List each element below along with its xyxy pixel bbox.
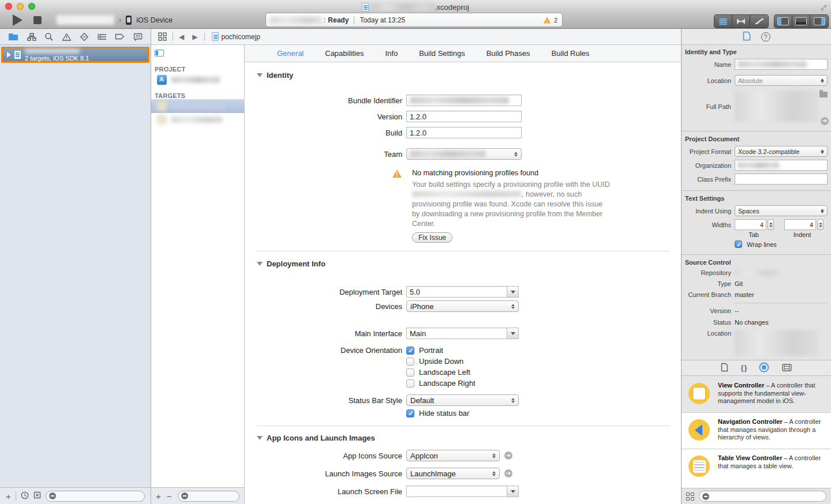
organization-field[interactable] bbox=[735, 160, 828, 171]
project-row-selected[interactable]: 2 targets, iOS SDK 8.1 bbox=[1, 47, 149, 63]
main-interface-combo[interactable]: Main bbox=[406, 328, 519, 339]
combo-arrow-icon-2[interactable] bbox=[507, 328, 518, 338]
symbol-navigator-tab[interactable] bbox=[27, 33, 36, 41]
quick-help-tab[interactable]: ? bbox=[761, 32, 770, 42]
debug-navigator-tab[interactable] bbox=[98, 33, 107, 40]
library-item-view-controller[interactable]: View Controller – A controller that supp… bbox=[682, 377, 831, 413]
target-item-2[interactable] bbox=[151, 113, 245, 127]
object-library-tab[interactable] bbox=[759, 362, 769, 374]
issues-badge[interactable]: 2 bbox=[543, 17, 557, 24]
checkbox-icon-2[interactable] bbox=[406, 368, 414, 377]
tab-info[interactable]: Info bbox=[385, 49, 398, 58]
deployment-target-combo[interactable]: 5.0 bbox=[406, 286, 519, 298]
tab-width-stepper[interactable] bbox=[768, 219, 774, 230]
sc-status-label: Status bbox=[685, 319, 731, 326]
disclosure-triangle-icon[interactable] bbox=[7, 52, 11, 58]
stop-button[interactable] bbox=[33, 16, 42, 24]
jumpbar-document[interactable]: pochicomejp bbox=[221, 33, 260, 41]
toggle-utilities-button[interactable] bbox=[810, 15, 828, 28]
open-app-icons-arrow-button[interactable]: ➔ bbox=[504, 452, 512, 460]
navigator-filter-field[interactable] bbox=[46, 491, 145, 502]
deployment-info-section-header[interactable]: Deployment Info bbox=[245, 259, 681, 268]
target-item-selected[interactable] bbox=[151, 99, 245, 113]
orientation-portrait[interactable]: Portrait bbox=[406, 346, 476, 355]
add-target-button[interactable]: + bbox=[156, 491, 161, 501]
targets-filter-field[interactable] bbox=[178, 491, 239, 502]
find-navigator-tab[interactable] bbox=[44, 32, 53, 41]
status-bar-style-popup[interactable]: Default bbox=[406, 394, 519, 406]
recent-files-filter-icon[interactable] bbox=[21, 491, 29, 501]
indent-using-popup[interactable]: Spaces bbox=[735, 205, 828, 216]
toggle-navigator-button[interactable] bbox=[774, 15, 792, 28]
location-popup[interactable]: Absolute bbox=[735, 75, 828, 86]
version-field[interactable]: 1.2.0 bbox=[406, 111, 522, 122]
toggle-debug-area-button[interactable] bbox=[792, 15, 810, 28]
disclosure-down-icon[interactable] bbox=[257, 73, 263, 77]
orientation-landscape-right[interactable]: Landscape Right bbox=[406, 379, 476, 388]
tab-capabilities[interactable]: Capabilities bbox=[325, 49, 364, 58]
name-field[interactable] bbox=[735, 59, 828, 70]
scm-status-filter-icon[interactable] bbox=[33, 491, 41, 501]
team-popup[interactable] bbox=[406, 148, 522, 160]
open-launch-images-arrow-button[interactable]: ➔ bbox=[504, 469, 512, 477]
fullscreen-icon[interactable]: ⤢ bbox=[821, 3, 826, 12]
tab-build-rules[interactable]: Build Rules bbox=[552, 49, 590, 58]
indent-width-stepper[interactable] bbox=[817, 219, 823, 230]
related-items-button[interactable] bbox=[158, 32, 167, 41]
run-button[interactable] bbox=[13, 14, 23, 26]
library-item-navigation-controller[interactable]: Navigation Controller – A controller tha… bbox=[682, 413, 831, 449]
launch-screen-file-combo[interactable] bbox=[406, 486, 519, 497]
checkbox-icon-3[interactable] bbox=[406, 379, 414, 388]
checkbox-checked-icon-3[interactable] bbox=[735, 240, 742, 248]
checkbox-checked-icon[interactable] bbox=[406, 347, 414, 355]
add-file-button[interactable]: + bbox=[6, 491, 11, 501]
build-field[interactable]: 1.2.0 bbox=[406, 127, 522, 138]
back-button[interactable]: ◀ bbox=[179, 33, 184, 41]
assistant-editor-button[interactable] bbox=[732, 15, 750, 28]
identity-section-header[interactable]: Identity bbox=[245, 70, 681, 80]
fix-issue-button[interactable]: Fix Issue bbox=[412, 232, 452, 243]
forward-button[interactable]: ▶ bbox=[192, 33, 197, 41]
app-icons-source-popup[interactable]: AppIcon bbox=[406, 450, 500, 461]
disclosure-down-icon-2[interactable] bbox=[257, 262, 263, 266]
file-template-library-tab[interactable] bbox=[721, 363, 728, 373]
test-navigator-tab[interactable] bbox=[80, 32, 89, 42]
orientation-upside-down[interactable]: Upside Down bbox=[406, 357, 476, 366]
combo-arrow-icon[interactable] bbox=[507, 287, 518, 297]
remove-target-button[interactable]: − bbox=[167, 491, 172, 501]
file-inspector-tab[interactable] bbox=[743, 31, 751, 43]
tab-build-phases[interactable]: Build Phases bbox=[486, 49, 530, 58]
library-grid-view-button[interactable] bbox=[686, 492, 694, 501]
checkbox-icon[interactable] bbox=[406, 358, 414, 366]
standard-editor-button[interactable] bbox=[714, 15, 732, 28]
project-format-popup[interactable]: Xcode 3.2-compatible bbox=[735, 146, 828, 157]
report-navigator-tab[interactable] bbox=[133, 33, 143, 41]
media-library-tab[interactable] bbox=[782, 364, 792, 373]
indent-width-field[interactable]: 4 bbox=[784, 219, 816, 230]
code-snippet-library-tab[interactable]: { } bbox=[741, 364, 747, 372]
library-item-table-view-controller[interactable]: Table View Controller – A controller tha… bbox=[682, 449, 831, 486]
project-item[interactable] bbox=[157, 75, 220, 85]
devices-popup[interactable]: iPhone bbox=[406, 300, 519, 312]
version-editor-button[interactable] bbox=[750, 15, 768, 28]
tab-width-field[interactable]: 4 bbox=[735, 219, 766, 230]
project-navigator-tab[interactable] bbox=[8, 33, 18, 41]
open-full-path-arrow-button[interactable]: ➔ bbox=[821, 117, 829, 125]
scheme-selector[interactable]: › iOS Device bbox=[57, 15, 173, 25]
disclosure-down-icon-3[interactable] bbox=[257, 436, 263, 440]
tab-general[interactable]: General bbox=[277, 49, 304, 58]
combo-arrow-icon-3[interactable] bbox=[507, 486, 518, 497]
orientation-landscape-left[interactable]: Landscape Left bbox=[406, 368, 476, 377]
launch-images-source-popup[interactable]: LaunchImage bbox=[406, 468, 500, 479]
hide-status-bar-option[interactable]: Hide status bar bbox=[406, 409, 469, 418]
class-prefix-field[interactable] bbox=[735, 174, 828, 185]
checkbox-checked-icon-2[interactable] bbox=[406, 409, 414, 418]
issue-navigator-tab[interactable] bbox=[62, 33, 72, 41]
bundle-identifier-field[interactable] bbox=[406, 95, 522, 106]
app-icons-section-header[interactable]: App Icons and Launch Images bbox=[245, 433, 681, 442]
hide-project-list-button[interactable] bbox=[155, 50, 164, 57]
library-filter-field[interactable] bbox=[699, 491, 826, 502]
tab-build-settings[interactable]: Build Settings bbox=[419, 49, 465, 58]
breakpoint-navigator-tab[interactable] bbox=[115, 33, 125, 40]
wrap-lines-option[interactable]: Wrap lines bbox=[735, 240, 777, 248]
